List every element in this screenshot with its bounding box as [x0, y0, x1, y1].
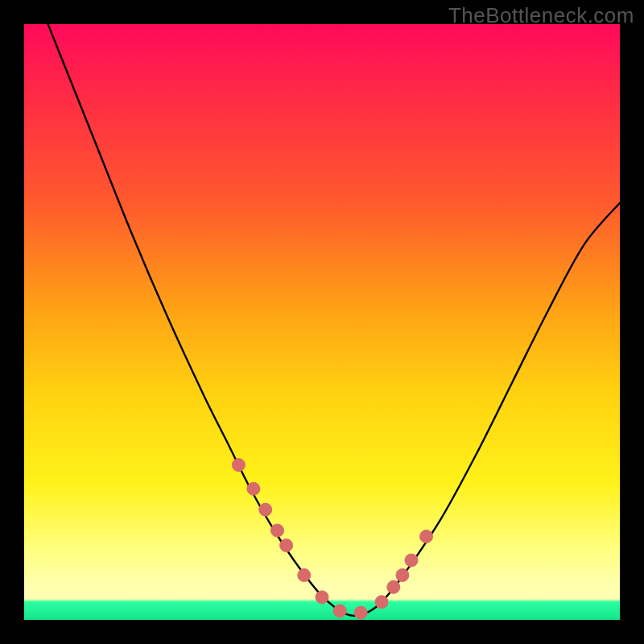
marker-point	[271, 524, 284, 537]
marker-point	[375, 596, 388, 609]
marker-point	[333, 605, 346, 617]
marker-point	[232, 459, 245, 472]
marker-point	[280, 539, 293, 552]
marker-point	[387, 580, 400, 593]
chart-wrapper: TheBottleneck.com	[0, 0, 644, 644]
highlighted-points	[232, 459, 432, 620]
marker-point	[405, 554, 418, 567]
marker-point	[298, 569, 311, 582]
watermark-text: TheBottleneck.com	[448, 3, 634, 28]
marker-point	[396, 569, 409, 582]
marker-point	[259, 503, 272, 516]
marker-point	[420, 530, 433, 543]
plot-area	[24, 24, 620, 620]
marker-point	[247, 482, 260, 495]
marker-point	[316, 591, 328, 604]
bottleneck-curve-svg	[24, 24, 620, 620]
marker-point	[354, 606, 367, 619]
bottleneck-curve	[24, 0, 620, 616]
